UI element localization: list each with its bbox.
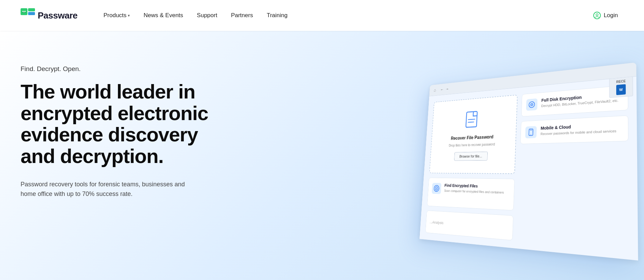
encrypted-files-icon <box>432 183 441 194</box>
disk-icon <box>526 98 537 111</box>
back-arrow-icon[interactable]: ← <box>440 87 443 92</box>
nav-item-support[interactable]: Support <box>191 9 223 22</box>
hero-section: Find. Decrypt. Open. The world leader in… <box>0 31 644 280</box>
hero-title: The world leader in encrypted electronic… <box>21 81 233 167</box>
window-body: Recover File Password Drop files here to… <box>420 77 638 260</box>
nav-item-partners[interactable]: Partners <box>226 9 258 22</box>
recent-tab-label: RECE <box>612 79 630 84</box>
mobile-icon <box>525 126 537 138</box>
home-icon: ⌂ <box>434 88 436 93</box>
analysis-panel: ...Analysis <box>425 210 513 240</box>
login-button[interactable]: Login <box>588 9 623 22</box>
nav-item-training[interactable]: Training <box>261 9 293 22</box>
recover-panel-subtitle: Drop files here to recover password <box>449 142 495 148</box>
nav-item-news[interactable]: News & Events <box>138 9 189 22</box>
browse-file-button[interactable]: Browse for file... <box>454 152 488 161</box>
word-file-icon: W <box>616 84 626 95</box>
nav-links: Products ▾ News & Events Support Partner… <box>98 9 588 22</box>
mockup-window: ⌂ ← → RECE W <box>420 62 638 260</box>
hero-description: Password recovery tools for forensic tea… <box>21 179 199 199</box>
forward-arrow-icon[interactable]: → <box>445 86 449 91</box>
chevron-down-icon: ▾ <box>128 13 130 18</box>
right-panels: Full Disk Encryption Decrypt HDD, BitLoc… <box>518 85 629 217</box>
svg-point-11 <box>531 104 532 105</box>
file-icon <box>465 110 480 131</box>
hero-tagline: Find. Decrypt. Open. <box>21 65 233 73</box>
logo-text: Passware <box>38 10 77 21</box>
nav-arrows: ← → <box>440 86 449 92</box>
full-disk-text: Full Disk Encryption Decrypt HDD, BitLoc… <box>541 92 619 108</box>
app-mockup: ⌂ ← → RECE W <box>377 58 644 280</box>
recover-panel-title: Recover File Password <box>451 135 494 141</box>
user-icon <box>593 12 601 19</box>
svg-point-17 <box>436 188 437 189</box>
svg-point-13 <box>531 134 531 135</box>
mobile-cloud-text: Mobile & Cloud Recover passwords for mob… <box>540 122 616 137</box>
logo-icon <box>21 8 35 23</box>
analysis-label: ...Analysis <box>430 220 444 225</box>
logo-link[interactable]: Passware <box>21 8 77 23</box>
svg-point-5 <box>596 14 598 16</box>
mobile-cloud-panel: Mobile & Cloud Recover passwords for mob… <box>520 115 629 144</box>
recover-file-panel: Recover File Password Drop files here to… <box>429 95 518 174</box>
recent-tab[interactable]: RECE W <box>609 77 633 98</box>
navigation: Passware Products ▾ News & Events Suppor… <box>0 0 644 31</box>
encrypted-files-text: Find Encrypted Files Scan computer for e… <box>444 183 504 195</box>
svg-rect-2 <box>28 12 35 15</box>
nav-item-products[interactable]: Products ▾ <box>98 9 135 22</box>
svg-line-7 <box>468 119 475 120</box>
hero-content: Find. Decrypt. Open. The world leader in… <box>21 51 233 199</box>
svg-line-8 <box>468 122 474 122</box>
encrypted-files-panel: Find Encrypted Files Scan computer for e… <box>427 177 515 211</box>
svg-rect-1 <box>28 8 35 11</box>
